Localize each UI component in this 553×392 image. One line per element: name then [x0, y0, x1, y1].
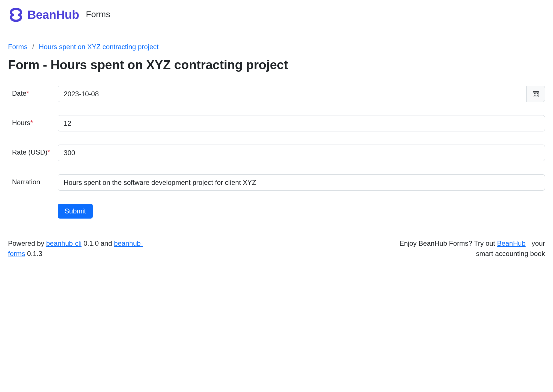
- header-section-label: Forms: [86, 9, 110, 19]
- label-hours: Hours*: [12, 115, 58, 128]
- calendar-icon: [533, 91, 539, 97]
- svg-rect-3: [535, 93, 536, 94]
- svg-point-0: [15, 11, 17, 14]
- svg-rect-6: [535, 95, 536, 95]
- svg-rect-5: [534, 95, 535, 95]
- breadcrumb: Forms / Hours spent on XYZ contracting p…: [8, 43, 545, 51]
- breadcrumb-current-link[interactable]: Hours spent on XYZ contracting project: [39, 43, 159, 51]
- beanhub-cli-link[interactable]: beanhub-cli: [46, 239, 81, 247]
- beanhub-link[interactable]: BeanHub: [497, 239, 526, 247]
- footer-left-prefix: Powered by: [8, 239, 46, 247]
- label-date: Date*: [12, 86, 58, 98]
- svg-point-1: [15, 16, 17, 19]
- brand-logo-group: BeanHub: [8, 7, 79, 23]
- label-rate: Rate (USD)*: [12, 145, 58, 157]
- submit-button[interactable]: Submit: [58, 204, 93, 219]
- forms-version: 0.1.3: [25, 250, 42, 257]
- beanhub-logo-icon: [8, 7, 24, 23]
- brand-name: BeanHub: [27, 8, 79, 22]
- cli-version: 0.1.0 and: [82, 239, 114, 247]
- footer-right-prefix: Enjoy BeanHub Forms? Try out: [399, 239, 497, 247]
- field-row-narration: Narration: [8, 174, 545, 191]
- field-row-rate: Rate (USD)*: [8, 145, 545, 161]
- page-title: Form - Hours spent on XYZ contracting pr…: [8, 58, 545, 72]
- label-rate-text: Rate (USD): [12, 148, 47, 156]
- svg-rect-7: [537, 95, 538, 95]
- field-row-date: Date*: [8, 86, 545, 102]
- rate-input[interactable]: [58, 145, 545, 161]
- required-mark: *: [47, 148, 50, 156]
- header: BeanHub Forms: [8, 7, 545, 23]
- field-row-hours: Hours*: [8, 115, 545, 131]
- footer: Powered by beanhub-cli 0.1.0 and beanhub…: [8, 238, 545, 259]
- label-narration-text: Narration: [12, 178, 40, 186]
- required-mark: *: [27, 89, 29, 97]
- footer-divider: [8, 230, 545, 230]
- label-narration: Narration: [12, 174, 58, 187]
- submit-row: Submit: [8, 204, 545, 219]
- svg-rect-4: [537, 93, 538, 94]
- footer-left: Powered by beanhub-cli 0.1.0 and beanhub…: [8, 238, 157, 259]
- label-date-text: Date: [12, 89, 27, 97]
- footer-right: Enjoy BeanHub Forms? Try out BeanHub - y…: [385, 238, 545, 259]
- required-mark: *: [30, 119, 33, 127]
- date-picker-button[interactable]: [527, 86, 545, 102]
- hours-input[interactable]: [58, 115, 545, 131]
- svg-rect-2: [534, 93, 535, 94]
- narration-input[interactable]: [58, 174, 545, 191]
- date-input[interactable]: [58, 86, 527, 102]
- label-hours-text: Hours: [12, 119, 30, 127]
- breadcrumb-root-link[interactable]: Forms: [8, 43, 27, 51]
- breadcrumb-separator: /: [32, 43, 34, 51]
